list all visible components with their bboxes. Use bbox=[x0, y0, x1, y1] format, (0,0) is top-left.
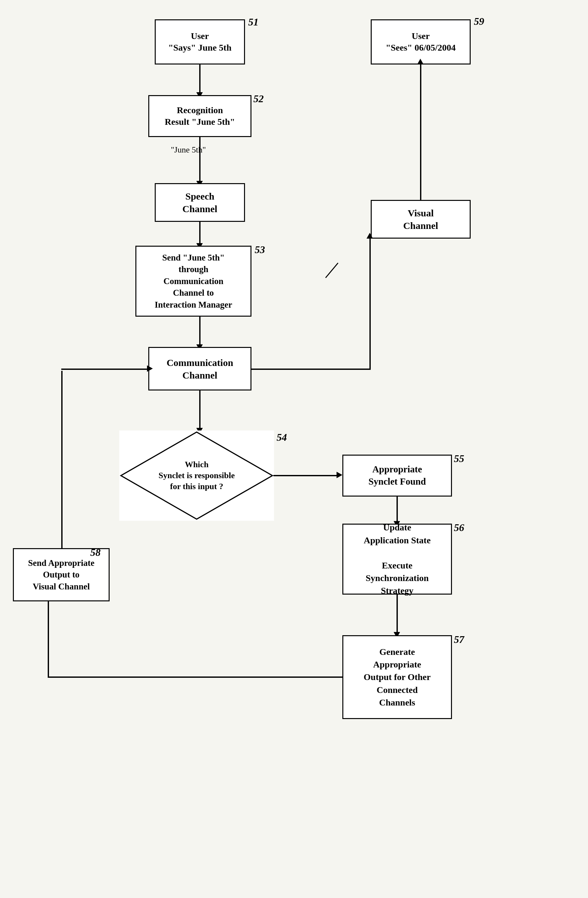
user-sees-box: User"Sees" 06/05/2004 bbox=[371, 19, 471, 65]
arrowhead-comm-visual bbox=[367, 233, 373, 238]
recognition-box: RecognitionResult "June 5th" bbox=[148, 95, 252, 137]
speech-channel-box: SpeechChannel bbox=[155, 183, 245, 222]
label-58: 58 bbox=[90, 547, 101, 558]
arrow-update-to-generate bbox=[396, 595, 398, 633]
comm-channel-box: CommunicationChannel bbox=[148, 347, 252, 391]
label-55: 55 bbox=[454, 453, 464, 464]
visual-channel-box: VisualChannel bbox=[371, 200, 471, 238]
june5th-label: "June 5th" bbox=[171, 145, 206, 155]
arrow-says-to-recog bbox=[199, 65, 201, 94]
arrow-visual-to-usersees bbox=[420, 65, 421, 200]
diagonal-mark bbox=[325, 263, 338, 278]
generate-output-box: GenerateAppropriateOutput for OtherConne… bbox=[342, 635, 452, 719]
which-synclet-diamond: WhichSynclet is responsiblefor this inpu… bbox=[119, 431, 274, 521]
label-51: 51 bbox=[248, 16, 258, 28]
arrow-comm-to-visual-v bbox=[370, 238, 371, 370]
flowchart-diagram: User"Says" June 5th 51 User"Sees" 06/05/… bbox=[0, 0, 588, 898]
arrow-diamond-to-synclet bbox=[273, 475, 338, 476]
arrow-recog-to-speech bbox=[199, 137, 201, 182]
arrow-send-to-comm-left-v bbox=[61, 371, 63, 548]
arrow-gen-to-send-h bbox=[48, 677, 342, 678]
label-54: 54 bbox=[276, 431, 287, 443]
arrow-gen-to-send-v bbox=[48, 597, 49, 678]
send-june5-box: Send "June 5th"throughCommunicationChann… bbox=[135, 246, 252, 317]
arrowhead-send-comm-left bbox=[147, 365, 153, 372]
appropriate-synclet-box: AppropriateSynclet Found bbox=[342, 455, 452, 497]
label-57: 57 bbox=[454, 634, 464, 646]
update-state-box: UpdateApplication StateExecuteSynchroniz… bbox=[342, 524, 452, 595]
arrow-send-to-comm bbox=[199, 317, 201, 346]
arrowhead-diamond-synclet bbox=[336, 472, 342, 478]
arrow-comm-to-visual-h bbox=[252, 369, 371, 370]
arrow-speech-to-send bbox=[199, 222, 201, 244]
arrow-send-to-comm-left-h bbox=[61, 369, 148, 370]
arrow-synclet-to-update bbox=[396, 497, 398, 522]
label-53: 53 bbox=[255, 244, 265, 256]
label-52: 52 bbox=[253, 93, 264, 105]
user-says-box: User"Says" June 5th bbox=[155, 19, 245, 65]
arrowhead-visual-usersees bbox=[417, 59, 424, 65]
label-59: 59 bbox=[474, 15, 484, 28]
arrow-comm-to-diamond bbox=[199, 391, 201, 429]
label-56: 56 bbox=[454, 522, 464, 534]
